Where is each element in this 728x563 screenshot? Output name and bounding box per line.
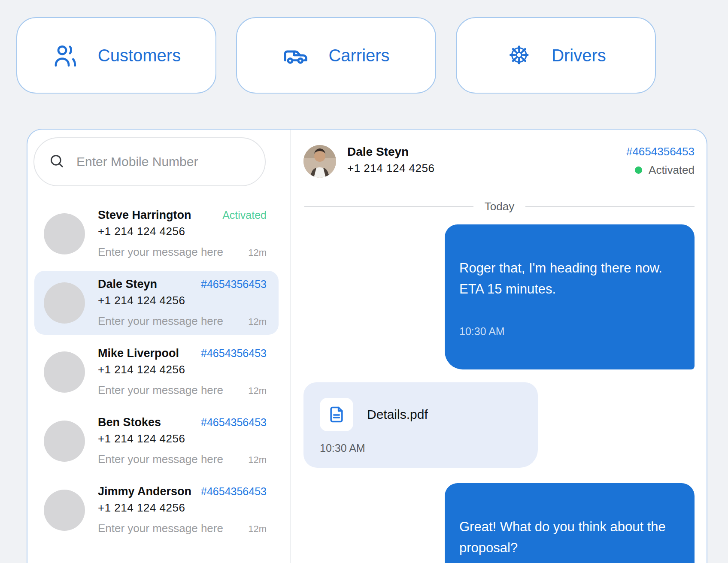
contact-list-item[interactable]: Ben Stokes #4654356453 +1 214 124 4256 E… bbox=[34, 409, 279, 473]
customers-icon bbox=[52, 42, 79, 69]
contact-phone: +1 214 124 4256 bbox=[98, 225, 267, 238]
document-icon bbox=[320, 398, 353, 431]
messaging-panel: Steve Harrington Activated +1 214 124 42… bbox=[27, 129, 707, 563]
file-message-bubble[interactable]: Details.pdf 10:30 AM bbox=[303, 382, 538, 468]
chat-contact-info: Dale Steyn +1 214 124 4256 bbox=[347, 145, 434, 175]
contact-name: Mike Liverpool bbox=[98, 347, 179, 360]
contact-list-item[interactable]: Steve Harrington Activated +1 214 124 42… bbox=[34, 202, 279, 266]
contact-badge: #4654356453 bbox=[201, 416, 267, 429]
contact-avatar bbox=[303, 145, 336, 178]
divider-line bbox=[304, 206, 473, 207]
mobile-number-search[interactable] bbox=[33, 137, 266, 186]
search-input[interactable] bbox=[76, 154, 251, 170]
contact-phone: +1 214 124 4256 bbox=[98, 501, 267, 515]
contact-message-preview: Enter your message here bbox=[98, 245, 223, 259]
file-name: Details.pdf bbox=[367, 407, 428, 422]
contact-name: Ben Stokes bbox=[98, 416, 161, 429]
chat-contact-name: Dale Steyn bbox=[347, 145, 434, 159]
message-text: Roger that, I'm heading there now. ETA 1… bbox=[459, 257, 680, 300]
top-tabs: Customers Carriers ☸ Drivers bbox=[16, 17, 656, 94]
date-divider-label: Today bbox=[485, 200, 514, 213]
contact-avatar-placeholder bbox=[44, 351, 85, 393]
search-icon bbox=[48, 152, 65, 171]
contact-message-preview: Enter your message here bbox=[98, 522, 223, 535]
sent-message-bubble: Roger that, I'm heading there now. ETA 1… bbox=[445, 224, 695, 369]
message-time: 10:30 AM bbox=[320, 442, 521, 455]
contact-message-preview: Enter your message here bbox=[98, 315, 223, 328]
contact-badge: #4654356453 bbox=[201, 347, 267, 360]
tab-carriers[interactable]: Carriers bbox=[236, 17, 436, 94]
contact-list-item[interactable]: Mike Liverpool #4654356453 +1 214 124 42… bbox=[34, 340, 279, 404]
divider-line bbox=[525, 206, 695, 207]
chat-header: Dale Steyn +1 214 124 4256 #4654356453 A… bbox=[291, 130, 707, 178]
chat-panel: Dale Steyn +1 214 124 4256 #4654356453 A… bbox=[291, 130, 707, 563]
status-dot-icon bbox=[635, 166, 642, 174]
contact-phone: +1 214 124 4256 bbox=[98, 363, 267, 376]
status-label: Activated bbox=[649, 163, 695, 177]
conversations-sidebar: Steve Harrington Activated +1 214 124 42… bbox=[27, 130, 291, 563]
contact-badge: #4654356453 bbox=[201, 485, 267, 498]
contact-name: Dale Steyn bbox=[98, 278, 157, 291]
contact-time: 12m bbox=[248, 247, 267, 258]
contact-list: Steve Harrington Activated +1 214 124 42… bbox=[27, 202, 290, 542]
contact-phone: +1 214 124 4256 bbox=[98, 432, 267, 445]
contact-avatar-placeholder bbox=[44, 421, 85, 462]
contact-name: Steve Harrington bbox=[98, 209, 191, 222]
chat-status: Activated bbox=[626, 163, 695, 177]
carriers-icon bbox=[282, 42, 309, 69]
message-list: Roger that, I'm heading there now. ETA 1… bbox=[291, 213, 707, 563]
contact-time: 12m bbox=[248, 316, 267, 327]
contact-name: Jimmy Anderson bbox=[98, 485, 191, 498]
tab-label: Drivers bbox=[552, 46, 606, 65]
contact-message-preview: Enter your message here bbox=[98, 453, 223, 466]
contact-list-item[interactable]: Jimmy Anderson #4654356453 +1 214 124 42… bbox=[34, 478, 279, 542]
contact-badge: Activated bbox=[222, 209, 267, 221]
tab-label: Carriers bbox=[328, 46, 389, 65]
contact-time: 12m bbox=[248, 454, 267, 466]
date-divider: Today bbox=[304, 200, 695, 213]
tab-customers[interactable]: Customers bbox=[16, 17, 216, 94]
contact-time: 12m bbox=[248, 385, 267, 397]
contact-avatar-placeholder bbox=[44, 490, 85, 531]
chat-contact-meta: #4654356453 Activated bbox=[626, 145, 695, 177]
message-text: Great! What do you think about the propo… bbox=[459, 516, 680, 558]
sent-message-bubble: Great! What do you think about the propo… bbox=[445, 483, 695, 563]
contact-message-preview: Enter your message here bbox=[98, 384, 223, 397]
tab-drivers[interactable]: ☸ Drivers bbox=[456, 17, 656, 94]
chat-contact-phone: +1 214 124 4256 bbox=[347, 162, 434, 175]
contact-avatar-placeholder bbox=[44, 282, 85, 324]
message-time: 10:30 AM bbox=[459, 325, 680, 338]
contact-avatar-placeholder bbox=[44, 213, 85, 254]
contact-badge: #4654356453 bbox=[201, 278, 267, 291]
drivers-icon: ☸ bbox=[506, 42, 532, 69]
tab-label: Customers bbox=[98, 46, 181, 65]
contact-list-item[interactable]: Dale Steyn #4654356453 +1 214 124 4256 E… bbox=[34, 271, 279, 335]
contact-time: 12m bbox=[248, 524, 267, 535]
contact-phone: +1 214 124 4256 bbox=[98, 294, 267, 307]
chat-contact-id: #4654356453 bbox=[626, 145, 695, 158]
